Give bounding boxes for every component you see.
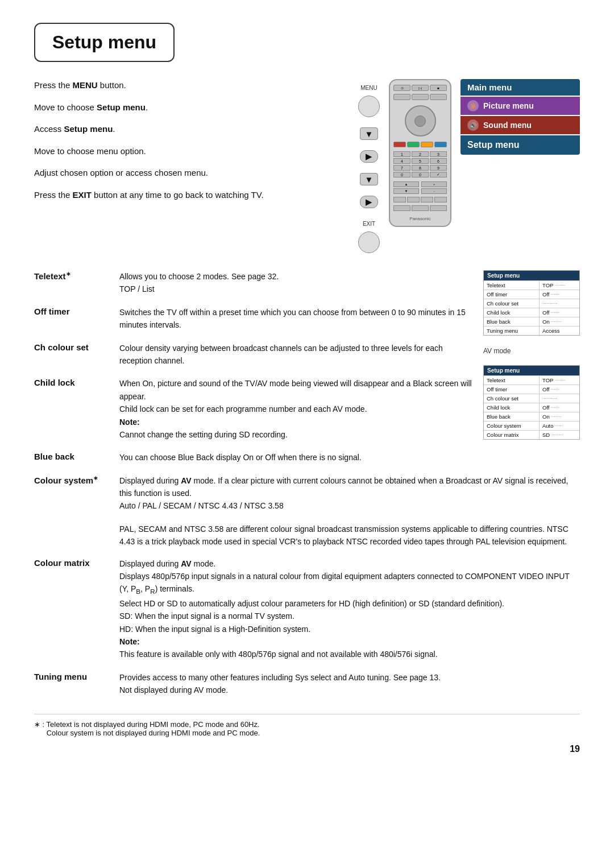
- feature-child-lock: Child lock When On, picture and sound of…: [34, 377, 472, 441]
- feature-teletext: Teletext∗ Allows you to choose 2 modes. …: [34, 270, 472, 296]
- setup-table-2: Setup menu Teletext TOP ········ Off tim…: [483, 365, 580, 440]
- setup-table-2-row-7: Colour matrix SD ·········: [484, 430, 579, 439]
- bottom-btn-3: [430, 205, 447, 211]
- r-btn-5: [412, 94, 429, 100]
- menu-label: MENU: [360, 85, 377, 91]
- extra-btn-4: [434, 197, 447, 202]
- sound-menu-icon: 🔊: [467, 119, 479, 131]
- down-arrow-button-2[interactable]: ▼: [360, 173, 378, 185]
- instruction-3: Access Setup menu.: [34, 123, 335, 136]
- num-5: 5: [412, 158, 429, 164]
- setup-table-1-row-4: Child lock Off ·······: [484, 308, 579, 317]
- feature-colour-system: Colour system∗ Displayed during AV mode.…: [34, 474, 580, 512]
- r-btn-2: ▷|: [412, 85, 429, 91]
- feature-tuning-menu: Tuning menu Provides access to many othe…: [34, 671, 580, 697]
- red-btn: [393, 142, 406, 147]
- num-2: 2: [412, 151, 429, 157]
- picture-menu-icon: 🔆: [467, 100, 479, 111]
- av-mode-label: AV mode: [483, 347, 580, 355]
- bottom-btns: [393, 205, 447, 211]
- num-slash: ✓: [430, 172, 447, 177]
- color-buttons-row: [393, 142, 447, 147]
- right-side: MENU ▼ ▶ ▼ ▶ EXIT: [358, 79, 580, 253]
- setup-table-1-row-1: Teletext TOP ········: [484, 280, 579, 290]
- setup-tables: Setup menu Teletext TOP ········ Off tim…: [483, 270, 580, 440]
- instruction-1: Press the MENU button.: [34, 79, 335, 92]
- right-arrow-button-2[interactable]: ▶: [360, 196, 378, 208]
- setup-table-1-row-6: Tuning menu Access: [484, 326, 579, 335]
- num-9: 9: [430, 165, 447, 171]
- top-section: Press the MENU button. Move to choose Se…: [34, 79, 580, 253]
- num-8: 8: [412, 165, 429, 171]
- sound-menu-item: 🔊 Sound menu: [460, 116, 580, 134]
- instruction-6: Press the EXIT button at any time to go …: [34, 189, 335, 202]
- feature-off-timer: Off timer Switches the TV off within a p…: [34, 306, 472, 332]
- setup-table-1-row-3: Ch colour set ············: [484, 299, 579, 308]
- more-btns: [393, 197, 447, 202]
- remote-second-row: [393, 94, 447, 100]
- feature-blue-back: Blue back You can choose Blue Back displ…: [34, 451, 580, 464]
- page-title: Setup menu: [52, 32, 156, 53]
- exit-button[interactable]: [358, 232, 380, 253]
- setup-table-2-row-1: Teletext TOP ········: [484, 375, 579, 385]
- feature-ch-colour-set: Ch colour set Colour density varying bet…: [34, 342, 472, 367]
- nav-circle: [405, 105, 436, 137]
- setup-table-2-row-6: Colour system Auto ······: [484, 421, 579, 430]
- green-btn: [407, 142, 420, 147]
- exit-label: EXIT: [363, 221, 375, 227]
- feature-colour-matrix: Colour matrix Displayed during AV mode. …: [34, 557, 580, 661]
- bottom-notes: ∗ : Teletext is not displayed during HDM…: [34, 714, 580, 737]
- r-btn-1: ⊙: [393, 85, 410, 91]
- vol-col: ▲ ▼: [393, 181, 419, 194]
- setup-menu-item: Setup menu: [460, 135, 580, 155]
- down-arrow-button[interactable]: ▼: [360, 127, 378, 140]
- num-0b: 0: [412, 172, 429, 177]
- picture-menu-item: 🔆 Picture menu: [460, 97, 580, 115]
- content-section: Setup menu Teletext TOP ········ Off tim…: [34, 270, 580, 697]
- ch-col: + -: [421, 181, 447, 194]
- bottom-btn-2: [412, 205, 429, 211]
- setup-table-2-header: Setup menu: [484, 366, 579, 375]
- extra-btn-2: [407, 197, 420, 202]
- bottom-note-1: ∗ : Teletext is not displayed during HDM…: [34, 720, 580, 729]
- setup-table-2-row-2: Off timer Off ·······: [484, 385, 579, 394]
- brand-label: Panasonic: [409, 216, 430, 221]
- remote-top-row: ⊙ ▷| ■: [393, 85, 447, 91]
- setup-table-1-row-2: Off timer Off ·······: [484, 290, 579, 299]
- vol-ch-row: ▲ ▼ + -: [393, 181, 447, 194]
- extra-btn-1: [393, 197, 406, 202]
- num-0a: 0: [393, 172, 410, 177]
- setup-table-2-row-3: Ch colour set ············: [484, 394, 579, 403]
- page-number: 19: [570, 744, 580, 754]
- large-paragraph: PAL, SECAM and NTSC 3.58 are different c…: [119, 523, 580, 548]
- bottom-btn-1: [393, 205, 410, 211]
- num-7: 7: [393, 165, 410, 171]
- main-menu-item: Main menu: [460, 79, 580, 96]
- r-btn-6: [430, 94, 447, 100]
- setup-table-1-row-5: Blue back On ········: [484, 317, 579, 326]
- r-btn-3: ■: [430, 85, 447, 91]
- yellow-btn: [421, 142, 433, 147]
- blue-btn: [434, 142, 447, 147]
- r-btn-4: [393, 94, 410, 100]
- nav-center: [414, 115, 426, 127]
- setup-table-1-header: Setup menu: [484, 271, 579, 280]
- instruction-5: Adjust chosen option or access chosen me…: [34, 167, 335, 180]
- extra-btn-3: [421, 197, 433, 202]
- setup-table-2-row-5: Blue back On ········: [484, 412, 579, 421]
- setup-table-2-row-4: Child lock Off ·······: [484, 403, 579, 412]
- right-arrow-button[interactable]: ▶: [360, 150, 378, 163]
- num-4: 4: [393, 158, 410, 164]
- num-1: 1: [393, 151, 410, 157]
- bottom-note-2: Colour system is not displayed during HD…: [34, 729, 580, 737]
- page-container: Setup menu Press the MENU button. Move t…: [0, 0, 614, 771]
- menu-panel: Main menu 🔆 Picture menu 🔊 Sound menu Se…: [460, 79, 580, 155]
- setup-table-1: Setup menu Teletext TOP ········ Off tim…: [483, 270, 580, 336]
- menu-button[interactable]: [358, 96, 380, 117]
- instruction-4: Move to choose menu option.: [34, 145, 335, 158]
- num-6: 6: [430, 158, 447, 164]
- numpad: 1 2 3 4 5 6 7 8 9 0 0 ✓: [393, 151, 447, 177]
- instruction-2: Move to choose Setup menu.: [34, 101, 335, 114]
- remote-image: ⊙ ▷| ■: [389, 79, 451, 227]
- instructions: Press the MENU button. Move to choose Se…: [34, 79, 335, 253]
